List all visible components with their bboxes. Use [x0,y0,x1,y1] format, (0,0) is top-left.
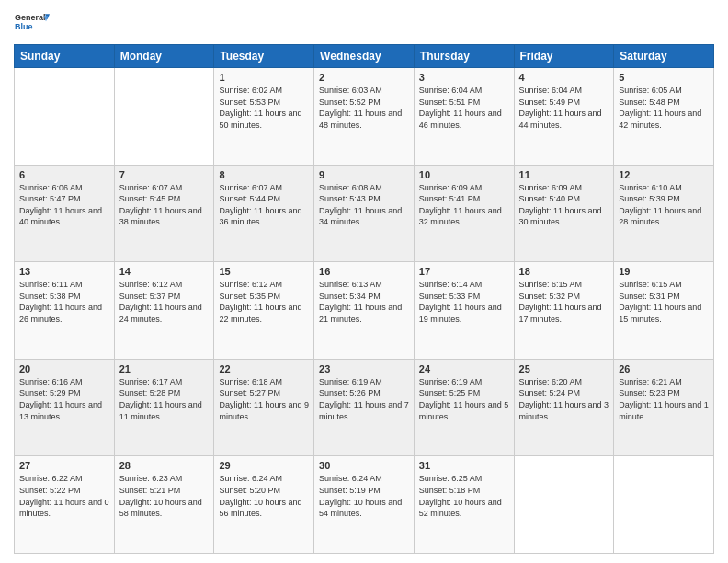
calendar-cell: 29Sunrise: 6:24 AMSunset: 5:20 PMDayligh… [214,456,314,554]
day-info: Sunrise: 6:22 AMSunset: 5:22 PMDaylight:… [19,473,109,519]
day-number: 5 [619,72,709,83]
day-info: Sunrise: 6:04 AMSunset: 5:51 PMDaylight:… [419,85,509,131]
calendar-cell: 11Sunrise: 6:09 AMSunset: 5:40 PMDayligh… [514,165,614,262]
calendar-cell: 20Sunrise: 6:16 AMSunset: 5:29 PMDayligh… [15,359,115,456]
day-info: Sunrise: 6:24 AMSunset: 5:19 PMDaylight:… [319,473,409,519]
calendar-week-2: 6Sunrise: 6:06 AMSunset: 5:47 PMDaylight… [15,165,714,262]
day-number: 18 [519,266,609,277]
day-info: Sunrise: 6:15 AMSunset: 5:31 PMDaylight:… [619,279,709,325]
weekday-header-monday: Monday [114,45,214,68]
day-number: 26 [619,363,709,374]
calendar-cell: 3Sunrise: 6:04 AMSunset: 5:51 PMDaylight… [414,68,514,166]
calendar-cell: 13Sunrise: 6:11 AMSunset: 5:38 PMDayligh… [15,262,115,360]
calendar-cell [114,68,214,166]
weekday-header-friday: Friday [514,45,614,68]
day-info: Sunrise: 6:03 AMSunset: 5:52 PMDaylight:… [319,85,409,131]
day-info: Sunrise: 6:07 AMSunset: 5:45 PMDaylight:… [119,182,210,228]
calendar-cell: 10Sunrise: 6:09 AMSunset: 5:41 PMDayligh… [414,165,514,262]
day-info: Sunrise: 6:12 AMSunset: 5:35 PMDaylight:… [219,279,309,325]
day-number: 25 [519,363,609,374]
day-number: 30 [319,460,409,471]
weekday-header-sunday: Sunday [15,45,115,68]
day-info: Sunrise: 6:02 AMSunset: 5:53 PMDaylight:… [219,85,309,131]
calendar-cell: 23Sunrise: 6:19 AMSunset: 5:26 PMDayligh… [314,359,415,456]
header: General Blue [14,9,714,37]
svg-text:Blue: Blue [15,22,33,31]
day-info: Sunrise: 6:12 AMSunset: 5:37 PMDaylight:… [119,279,210,325]
day-info: Sunrise: 6:17 AMSunset: 5:28 PMDaylight:… [119,376,210,422]
calendar-cell: 18Sunrise: 6:15 AMSunset: 5:32 PMDayligh… [514,262,614,360]
calendar-cell: 1Sunrise: 6:02 AMSunset: 5:53 PMDaylight… [214,68,314,166]
day-number: 3 [419,72,509,83]
day-number: 6 [19,169,109,180]
day-number: 14 [119,266,210,277]
calendar-cell: 16Sunrise: 6:13 AMSunset: 5:34 PMDayligh… [314,262,415,360]
day-number: 28 [119,460,210,471]
day-number: 29 [219,460,309,471]
day-number: 24 [419,363,509,374]
day-number: 19 [619,266,709,277]
calendar-cell: 22Sunrise: 6:18 AMSunset: 5:27 PMDayligh… [214,359,314,456]
day-info: Sunrise: 6:10 AMSunset: 5:39 PMDaylight:… [619,182,709,228]
calendar-cell: 12Sunrise: 6:10 AMSunset: 5:39 PMDayligh… [614,165,714,262]
day-info: Sunrise: 6:09 AMSunset: 5:41 PMDaylight:… [419,182,509,228]
day-info: Sunrise: 6:15 AMSunset: 5:32 PMDaylight:… [519,279,609,325]
day-number: 11 [519,169,609,180]
day-info: Sunrise: 6:23 AMSunset: 5:21 PMDaylight:… [119,473,210,519]
day-number: 22 [219,363,309,374]
day-number: 13 [19,266,109,277]
day-number: 15 [219,266,309,277]
day-info: Sunrise: 6:07 AMSunset: 5:44 PMDaylight:… [219,182,309,228]
day-info: Sunrise: 6:11 AMSunset: 5:38 PMDaylight:… [19,279,109,325]
day-info: Sunrise: 6:20 AMSunset: 5:24 PMDaylight:… [519,376,609,422]
day-number: 23 [319,363,409,374]
calendar-cell: 15Sunrise: 6:12 AMSunset: 5:35 PMDayligh… [214,262,314,360]
day-info: Sunrise: 6:16 AMSunset: 5:29 PMDaylight:… [19,376,109,422]
weekday-header-wednesday: Wednesday [314,45,415,68]
calendar-cell: 26Sunrise: 6:21 AMSunset: 5:23 PMDayligh… [614,359,714,456]
day-info: Sunrise: 6:04 AMSunset: 5:49 PMDaylight:… [519,85,609,131]
calendar-cell: 9Sunrise: 6:08 AMSunset: 5:43 PMDaylight… [314,165,415,262]
day-number: 17 [419,266,509,277]
svg-text:General: General [15,13,46,22]
weekday-header-thursday: Thursday [414,45,514,68]
day-number: 12 [619,169,709,180]
calendar-cell: 8Sunrise: 6:07 AMSunset: 5:44 PMDaylight… [214,165,314,262]
day-number: 16 [319,266,409,277]
calendar-cell: 25Sunrise: 6:20 AMSunset: 5:24 PMDayligh… [514,359,614,456]
calendar-cell: 5Sunrise: 6:05 AMSunset: 5:48 PMDaylight… [614,68,714,166]
day-number: 10 [419,169,509,180]
day-info: Sunrise: 6:21 AMSunset: 5:23 PMDaylight:… [619,376,709,422]
day-number: 1 [219,72,309,83]
day-number: 21 [119,363,210,374]
day-info: Sunrise: 6:14 AMSunset: 5:33 PMDaylight:… [419,279,509,325]
calendar-cell: 4Sunrise: 6:04 AMSunset: 5:49 PMDaylight… [514,68,614,166]
page: General Blue SundayMondayTuesdayWednesda… [0,0,728,563]
calendar-cell: 28Sunrise: 6:23 AMSunset: 5:21 PMDayligh… [114,456,214,554]
day-info: Sunrise: 6:05 AMSunset: 5:48 PMDaylight:… [619,85,709,131]
day-number: 2 [319,72,409,83]
logo: General Blue [14,9,51,37]
calendar-cell [614,456,714,554]
calendar-cell: 21Sunrise: 6:17 AMSunset: 5:28 PMDayligh… [114,359,214,456]
calendar-week-1: 1Sunrise: 6:02 AMSunset: 5:53 PMDaylight… [15,68,714,166]
day-info: Sunrise: 6:19 AMSunset: 5:25 PMDaylight:… [419,376,509,422]
day-info: Sunrise: 6:19 AMSunset: 5:26 PMDaylight:… [319,376,409,422]
weekday-header-row: SundayMondayTuesdayWednesdayThursdayFrid… [15,45,714,68]
weekday-header-saturday: Saturday [614,45,714,68]
calendar-cell: 2Sunrise: 6:03 AMSunset: 5:52 PMDaylight… [314,68,415,166]
calendar-week-4: 20Sunrise: 6:16 AMSunset: 5:29 PMDayligh… [15,359,714,456]
day-info: Sunrise: 6:13 AMSunset: 5:34 PMDaylight:… [319,279,409,325]
day-number: 4 [519,72,609,83]
day-info: Sunrise: 6:06 AMSunset: 5:47 PMDaylight:… [19,182,109,228]
day-number: 27 [19,460,109,471]
calendar-cell: 24Sunrise: 6:19 AMSunset: 5:25 PMDayligh… [414,359,514,456]
calendar-table: SundayMondayTuesdayWednesdayThursdayFrid… [14,44,714,554]
weekday-header-tuesday: Tuesday [214,45,314,68]
calendar-cell: 6Sunrise: 6:06 AMSunset: 5:47 PMDaylight… [15,165,115,262]
calendar-cell: 19Sunrise: 6:15 AMSunset: 5:31 PMDayligh… [614,262,714,360]
logo-svg: General Blue [14,9,51,37]
day-number: 8 [219,169,309,180]
calendar-cell: 14Sunrise: 6:12 AMSunset: 5:37 PMDayligh… [114,262,214,360]
day-number: 7 [119,169,210,180]
